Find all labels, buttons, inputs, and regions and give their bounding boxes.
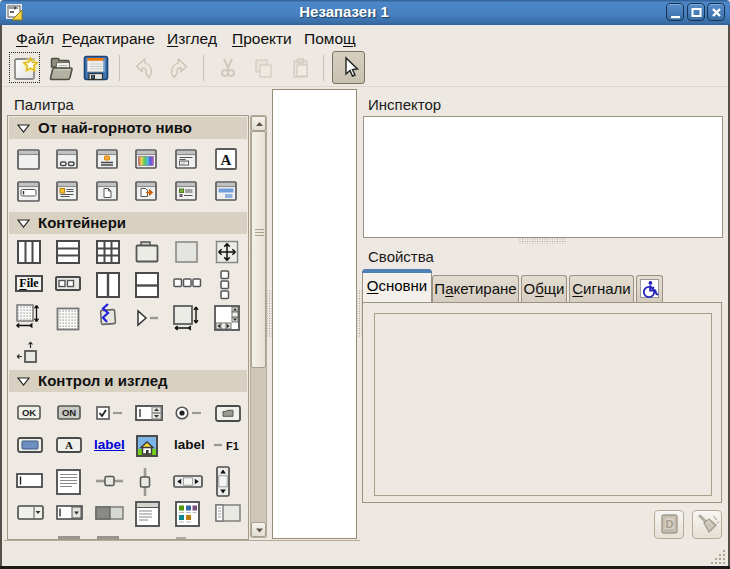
svg-text:OK: OK (22, 407, 36, 418)
svg-text:D: D (666, 518, 674, 530)
svg-text:A: A (221, 152, 232, 168)
svg-text:ON: ON (62, 407, 76, 418)
svg-text:F1: F1 (226, 440, 239, 452)
svg-text:A: A (65, 439, 73, 451)
